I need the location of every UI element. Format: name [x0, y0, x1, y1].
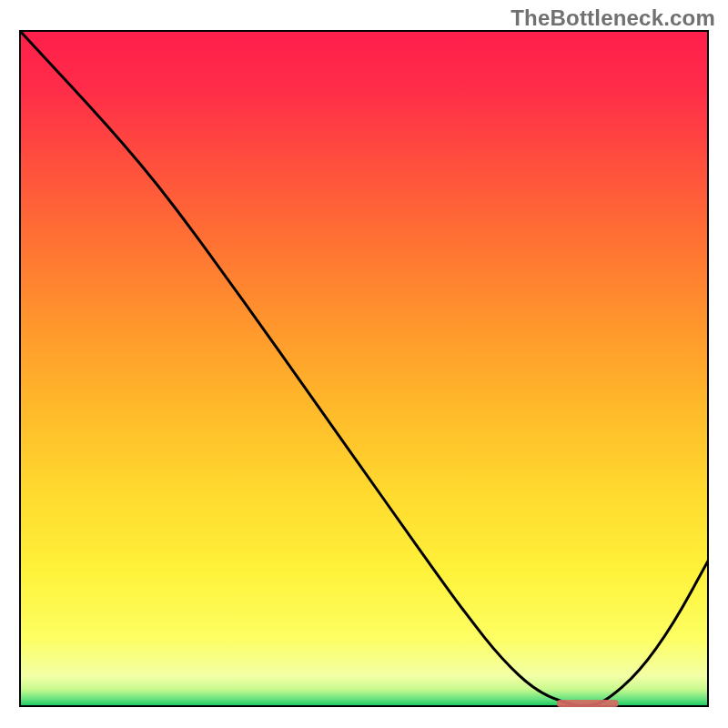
svg-rect-1: [557, 700, 619, 707]
bottleneck-chart: [0, 0, 728, 728]
chart-container: TheBottleneck.com: [0, 0, 728, 728]
gradient-background: [20, 31, 708, 706]
watermark-text: TheBottleneck.com: [511, 5, 715, 31]
optimum-marker: [557, 700, 619, 707]
